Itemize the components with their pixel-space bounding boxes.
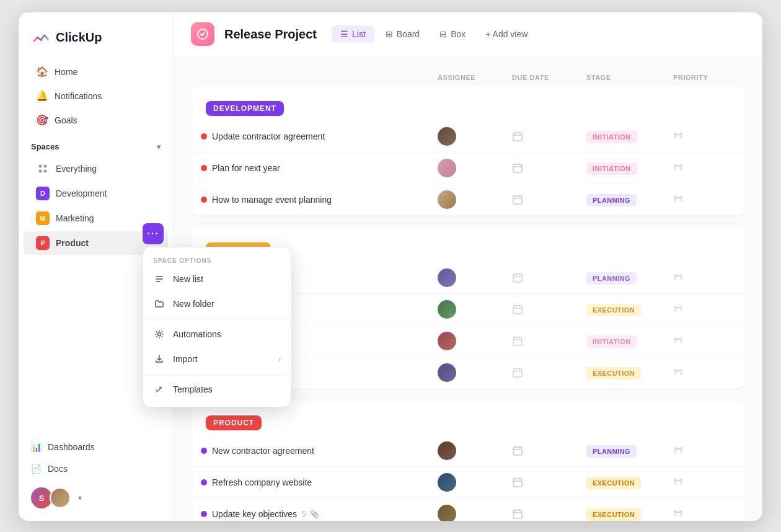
svg-rect-10 [513,337,522,345]
svg-rect-9 [513,306,522,314]
stage-badge: INITIATION [586,335,637,348]
col-due-date: DUE DATE [512,74,586,81]
task-dot-icon [201,165,207,171]
avatar [438,505,456,521]
context-menu: SPACE OPTIONS New list [143,247,291,407]
project-icon [191,22,214,46]
avatar [438,300,456,319]
svg-point-3 [44,170,47,173]
templates-label: Templates [173,384,213,394]
sidebar-item-development[interactable]: D Development [24,182,168,205]
priority-cell [673,508,735,520]
stage-cell: EXECUTION [586,477,673,487]
bell-icon: 🔔 [36,90,48,102]
task-label: Refresh company website [212,477,312,487]
table-row: How to manage event planning PLANNING [191,184,745,215]
task-dot-icon [201,448,207,454]
svg-rect-11 [513,369,522,377]
context-menu-section-label: SPACE OPTIONS [143,252,291,267]
task-meta: 5📎 [302,510,319,518]
magic-icon [153,383,165,396]
new-folder-label: New folder [173,299,214,309]
task-label: New contractor agreement [212,446,314,456]
section-development: DEVELOPMENT Update contractor agreement … [191,86,745,215]
section-product: PRODUCT New contractor agreement PLANNIN… [191,401,745,521]
table-row: Plan for next year INITIATION [191,153,745,184]
stage-badge: PLANNING [586,272,637,285]
due-date-cell [512,194,586,205]
tab-board[interactable]: ⊞ Board [377,25,428,43]
priority-cell [673,367,735,379]
stage-cell: PLANNING [586,195,673,205]
table-header: ASSIGNEE DUE DATE STAGE PRIORITY [191,69,745,86]
dashboards-icon: 📊 [31,442,42,452]
topbar: Release Project ☰ List ⊞ Board ⊟ Box + A… [174,12,762,56]
avatar [438,363,456,382]
context-menu-new-folder[interactable]: New folder [143,291,291,316]
tab-list[interactable]: ☰ List [332,25,374,43]
stage-badge: EXECUTION [586,304,641,316]
goals-icon: 🎯 [36,114,48,126]
context-menu-new-list[interactable]: New list [143,267,291,291]
due-date-cell [512,508,586,520]
space-options-trigger[interactable]: ··· [143,223,164,244]
assignee-cell [438,473,512,492]
context-menu-templates[interactable]: Templates [143,377,291,402]
import-left: Import [153,353,198,365]
assignee-cell [438,300,512,319]
svg-point-18 [158,333,161,336]
task-dot-icon [201,511,207,517]
user-bar[interactable]: S ▾ [24,480,168,511]
product-label: Product [56,238,89,248]
sidebar-item-dashboards[interactable]: 📊 Dashboards [24,437,168,458]
user-chevron-icon[interactable]: ▾ [78,494,82,502]
product-section-title: PRODUCT [206,415,262,430]
sidebar-item-home[interactable]: 🏠 Home [24,60,168,83]
table-row: Refresh company website EXECUTION [191,467,745,499]
table-row: Update contractor agreement INITIATION [191,121,745,153]
board-icon: ⊞ [386,29,393,39]
task-label: Update contractor agreement [212,131,325,141]
task-dot-icon [201,479,207,485]
priority-cell [673,162,735,174]
stage-cell: INITIATION [586,131,673,141]
avatar [438,473,456,492]
svg-rect-12 [513,447,522,455]
app-window: ClickUp 🏠 Home 🔔 Notifications 🎯 Goals S… [19,12,762,521]
home-icon: 🏠 [36,66,48,78]
chevron-down-icon[interactable]: ▾ [157,143,161,151]
avatar [438,332,456,350]
user-photo [50,487,71,508]
project-title: Release Project [224,27,317,42]
sidebar-item-everything[interactable]: Everything [24,157,168,180]
everything-label: Everything [56,164,97,174]
avatar [438,268,456,287]
development-avatar: D [36,187,50,200]
sidebar-item-goals[interactable]: 🎯 Goals [24,109,168,131]
logo-area: ClickUp [19,27,173,60]
task-name-cell: Update contractor agreement [201,131,438,141]
assignee-cell [438,190,512,209]
context-menu-divider-2 [143,374,291,375]
view-tabs: ☰ List ⊞ Board ⊟ Box + Add view [332,25,536,43]
import-icon [153,353,165,365]
due-date-cell [512,367,586,378]
add-view-button[interactable]: + Add view [477,25,536,43]
context-menu-import[interactable]: Import › [143,347,291,371]
col-task [201,74,438,81]
app-name: ClickUp [56,30,102,45]
development-section-title: DEVELOPMENT [206,101,284,116]
task-label: How to manage event planning [212,195,332,205]
sidebar-item-notifications[interactable]: 🔔 Notifications [24,84,168,107]
svg-point-2 [39,170,42,173]
due-date-cell [512,131,586,142]
due-date-cell [512,477,586,488]
task-label: Plan for next year [212,163,280,173]
assignee-cell [438,363,512,382]
tab-box[interactable]: ⊟ Box [431,25,474,43]
task-name-cell: Plan for next year [201,163,438,173]
context-menu-automations[interactable]: Automations [143,322,291,347]
sidebar-item-docs[interactable]: 📄 Docs [24,458,168,479]
docs-icon: 📄 [31,464,42,474]
assignee-cell [438,159,512,177]
